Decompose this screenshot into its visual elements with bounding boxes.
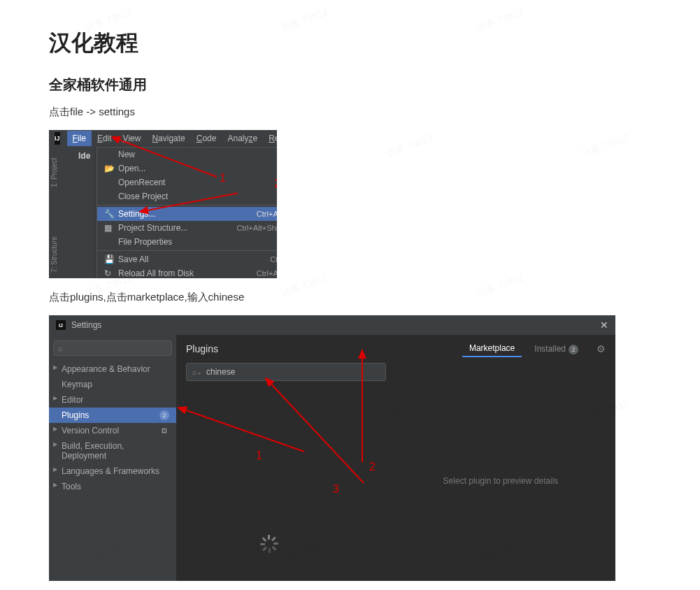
tab-installed[interactable]: Installed2 (527, 341, 585, 357)
sidebar-appearance[interactable]: ▶Appearance & Behavior (49, 361, 176, 377)
sidebar-keymap[interactable]: Keymap (49, 377, 176, 392)
step1-text: 点击file -> settings (49, 106, 651, 119)
tab-marketplace[interactable]: Marketplace (462, 340, 522, 357)
loading-spinner-icon (260, 535, 278, 553)
plugins-gear-icon[interactable]: ⚙ (597, 343, 606, 354)
ide-file-menu-screenshot: IJ File Edit View Navigate Code Analyze … (49, 130, 277, 278)
sidebar-version-control[interactable]: ▶Version Control⊡ (49, 423, 176, 438)
watermark: 访客 73812 (580, 131, 631, 160)
plugin-results-panel (176, 381, 386, 581)
menu-file-properties[interactable]: File Properties▸ (97, 235, 277, 249)
sidebar-tools[interactable]: ▶Tools (49, 479, 176, 494)
annotation-label-2: 2 (369, 461, 376, 473)
menu-open-recent[interactable]: Open Recent▸ (97, 175, 277, 189)
watermark: 访客 73812 (384, 131, 435, 160)
close-icon[interactable]: ✕ (600, 319, 608, 331)
settings-main-panel: Plugins Marketplace Installed2 ⚙ ⌕▾ chin… (176, 335, 615, 581)
settings-sidebar: ⌕ ▶Appearance & Behavior Keymap ▶Editor … (49, 335, 176, 581)
settings-dialog-screenshot: IJ Settings ✕ ⌕ ▶Appearance & Behavior K… (49, 315, 615, 581)
menu-separator (97, 250, 277, 251)
settings-titlebar: IJ Settings ✕ (49, 315, 615, 335)
menubar-navigate[interactable]: Navigate (146, 131, 190, 146)
menu-settings[interactable]: 🔧Settings...Ctrl+Alt+S (97, 207, 277, 221)
project-panel-label: Ide (78, 151, 90, 161)
plugin-preview-placeholder: Select plugin to preview details (386, 381, 615, 581)
menu-separator (97, 205, 277, 206)
menu-open[interactable]: 📂Open... (97, 161, 277, 175)
file-dropdown-menu: New▸ 📂Open... Open Recent▸ Close Project… (97, 147, 277, 278)
ide-logo-icon: IJ (55, 132, 60, 145)
menu-new[interactable]: New▸ (97, 148, 277, 161)
menubar-refactor[interactable]: Refa (263, 131, 277, 146)
menu-save-all[interactable]: 💾Save AllCtrl+S (97, 252, 277, 266)
menu-project-structure[interactable]: ▦Project Structure...Ctrl+Alt+Shift+S (97, 221, 277, 235)
search-icon: ⌕▾ (192, 368, 202, 376)
ide-logo-icon: IJ (56, 320, 66, 330)
side-tab-structure[interactable]: 7: Structure (50, 236, 58, 273)
search-value: chinese (206, 367, 235, 377)
annotation-label-1: 1 (220, 172, 226, 185)
annotation-label-1: 1 (256, 449, 262, 462)
menubar-analyze[interactable]: Analyze (222, 131, 263, 146)
plugin-search-input[interactable]: ⌕▾ chinese (186, 363, 386, 381)
menu-close-project[interactable]: Close Project (97, 189, 277, 203)
menubar-edit[interactable]: Edit (92, 131, 117, 146)
menubar-view[interactable]: View (117, 131, 147, 146)
plugins-title: Plugins (186, 343, 218, 354)
menubar-code[interactable]: Code (191, 131, 222, 146)
annotation-label-2: 2 (274, 178, 277, 190)
page-subheading: 全家桶软件通用 (49, 75, 651, 94)
sidebar-plugins[interactable]: Plugins2 (49, 408, 176, 423)
settings-title: Settings (71, 320, 101, 330)
menu-reload[interactable]: ↻Reload All from DiskCtrl+Alt+Y (97, 266, 277, 278)
menubar-file[interactable]: File (67, 131, 92, 146)
settings-search-input[interactable]: ⌕ (53, 340, 172, 356)
side-tab-project[interactable]: 1: Project (50, 158, 58, 187)
plugins-header: Plugins Marketplace Installed2 ⚙ (176, 335, 615, 363)
page-heading: 汉化教程 (49, 28, 651, 59)
sidebar-languages[interactable]: ▶Languages & Frameworks (49, 463, 176, 479)
annotation-label-3: 3 (333, 483, 339, 496)
step2-text: 点击plugins,点击marketplace,输入chinese (49, 291, 651, 304)
sidebar-editor[interactable]: ▶Editor (49, 392, 176, 408)
ide-menubar: IJ File Edit View Navigate Code Analyze … (49, 130, 277, 147)
sidebar-build[interactable]: ▶Build, Execution, Deployment (49, 438, 176, 463)
